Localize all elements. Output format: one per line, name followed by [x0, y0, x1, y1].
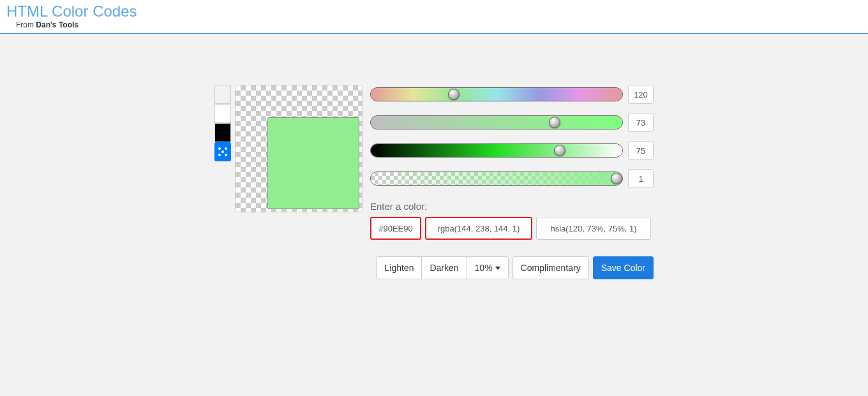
page-subtitle: From Dan's Tools [6, 20, 862, 29]
right-column: Enter a color: Lighten Darken 10% Compli… [370, 85, 654, 279]
hue-slider[interactable] [370, 87, 623, 101]
saturation-slider-handle[interactable] [549, 117, 560, 128]
color-preview-inner [267, 117, 359, 209]
page-header: HTML Color Codes From Dan's Tools [0, 0, 868, 34]
lightness-slider[interactable] [370, 143, 623, 158]
step-dropdown[interactable]: 10% [467, 256, 509, 279]
caret-down-icon [495, 267, 500, 270]
random-color-button[interactable] [214, 142, 231, 161]
alpha-value-input[interactable] [628, 169, 654, 188]
saturation-slider[interactable] [370, 115, 623, 129]
darken-button[interactable]: Darken [421, 256, 467, 279]
save-color-button[interactable]: Save Color [593, 256, 654, 279]
adjust-group: Lighten Darken 10% [376, 256, 508, 279]
color-picker: Enter a color: Lighten Darken 10% Compli… [214, 85, 654, 279]
history-item[interactable] [214, 104, 231, 123]
color-preview[interactable] [235, 85, 363, 212]
alpha-slider[interactable] [370, 172, 623, 186]
complimentary-button[interactable]: Complimentary [513, 256, 589, 279]
lightness-slider-row [370, 141, 654, 160]
hsla-input[interactable] [536, 217, 651, 240]
hue-slider-handle[interactable] [448, 89, 460, 100]
rgba-input[interactable] [425, 217, 532, 240]
dice-icon [217, 146, 228, 158]
alpha-slider-row [370, 169, 654, 188]
lightness-value-input[interactable] [628, 141, 654, 160]
saturation-slider-row [370, 113, 654, 132]
color-history [214, 85, 231, 279]
hue-slider-row [370, 85, 654, 104]
color-input-row [370, 217, 654, 240]
hue-value-input[interactable] [628, 85, 654, 104]
left-column [214, 85, 363, 279]
alpha-slider-handle[interactable] [611, 173, 622, 184]
hex-input[interactable] [370, 217, 421, 240]
history-item[interactable] [214, 123, 231, 142]
history-item[interactable] [214, 85, 231, 104]
saturation-value-input[interactable] [628, 113, 654, 132]
lightness-slider-handle[interactable] [554, 145, 565, 156]
main-area: Enter a color: Lighten Darken 10% Compli… [0, 34, 868, 279]
page-title[interactable]: HTML Color Codes [6, 3, 862, 20]
action-buttons: Lighten Darken 10% Complimentary Save Co… [370, 256, 654, 279]
enter-color-label: Enter a color: [370, 201, 654, 212]
lighten-button[interactable]: Lighten [376, 256, 422, 279]
